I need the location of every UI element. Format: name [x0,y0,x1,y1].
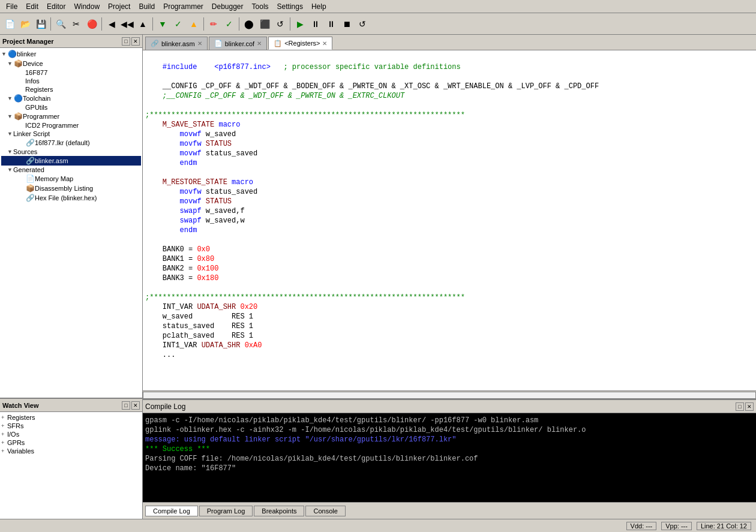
watch-item-ios[interactable]: + I/Os [1,430,141,438]
watch-close-btn[interactable]: ✕ [131,401,140,410]
code-line: movwf w_saved [145,130,754,139]
project-tree[interactable]: ▼ 🔵 blinker ▼ 📦 Device 16F877 [0,48,142,398]
toolbar-btn4[interactable]: 🔍 [53,17,68,31]
toolbar-new[interactable]: 📄 [2,17,17,31]
toolbar-btn14[interactable]: ✓ [222,17,236,31]
tab-close-asm[interactable]: ✕ [197,40,202,47]
toolbar-btn9[interactable]: ▲ [136,17,150,31]
project-manager-titlebar: Project Manager □ ✕ [0,35,142,48]
tree-item-hex[interactable]: 🔗 Hex File (blinker.hex) [1,193,141,203]
left-panel: Project Manager □ ✕ ▼ 🔵 blinker ▼ 📦 [0,35,143,519]
menu-build[interactable]: Build [135,1,158,12]
expand-icon-toolchain: ▼ [7,95,13,101]
tree-item-sources[interactable]: ▼ Sources [1,148,141,156]
watch-view-title: Watch View [2,402,39,409]
tree-item-gputils[interactable]: GPUtils [1,103,141,112]
code-line: M_SAVE_STATE macro [145,120,754,130]
menu-debugger[interactable]: Debugger [208,1,247,12]
watch-view-titlebar: Watch View □ ✕ [0,399,142,412]
menu-edit[interactable]: Edit [22,1,42,12]
project-manager: Project Manager □ ✕ ▼ 🔵 blinker ▼ 📦 [0,35,142,399]
toolbar-btn7[interactable]: ◀ [104,17,119,31]
menu-file[interactable]: File [2,1,21,12]
bottom-tab-breakpoints[interactable]: Breakpoints [254,506,304,516]
bottom-close-btn[interactable]: ✕ [745,402,754,411]
tree-item-generated[interactable]: ▼ Generated [1,166,141,174]
toolbar-run[interactable]: ⬤ [242,17,256,31]
toolbar-stop[interactable]: ⬛ [257,17,272,31]
toolbar-btn10[interactable]: ▼ [155,17,170,31]
tab-close-reg[interactable]: ✕ [322,40,327,47]
toolbar-debug-stop[interactable]: ⏹ [340,17,354,31]
toolbar-debug-pause[interactable]: ⏸ [308,17,323,31]
statusbar: Vdd: --- Vpp: --- Line: 21 Col: 12 [0,519,756,532]
tree-item-blinker[interactable]: ▼ 🔵 blinker [1,49,141,59]
tree-item-blinker-asm[interactable]: 🔗 blinker.asm [1,156,141,166]
tree-item-memory-map[interactable]: 📄 Memory Map [1,174,141,184]
tree-item-device[interactable]: ▼ 📦 Device [1,59,141,68]
tree-icon-programmer: 📦 [13,112,23,121]
tab-close-cof[interactable]: ✕ [257,40,262,47]
code-line: movwf STATUS [145,197,754,206]
code-line: ... [145,350,754,360]
code-editor[interactable]: #include <p16f877.inc> ; processor speci… [143,50,756,390]
menu-help[interactable]: Help [308,1,330,12]
tree-item-programmer[interactable]: ▼ 📦 Programmer [1,112,141,121]
menu-programmer[interactable]: Programmer [160,1,207,12]
tree-item-16f877[interactable]: 16F877 [1,68,141,77]
watch-label-sfrs: SFRs [7,422,24,429]
panel-close-btn[interactable]: ✕ [131,37,140,46]
watch-item-sfrs[interactable]: + SFRs [1,422,141,430]
menu-settings[interactable]: Settings [274,1,307,12]
watch-float-btn[interactable]: □ [122,401,130,410]
watch-item-registers[interactable]: + Registers [1,413,141,422]
tree-item-lkr[interactable]: 🔗 16f877.lkr (default) [1,138,141,148]
bottom-tabs-bar: Compile Log Program Log Breakpoints Cons… [143,502,756,519]
toolbar-sep1 [50,17,51,31]
toolbar-btn8[interactable]: ◀◀ [120,17,134,31]
toolbar-save[interactable]: 💾 [34,17,48,31]
tree-item-infos[interactable]: Infos [1,77,141,85]
watch-tree[interactable]: + Registers + SFRs + I/Os + GPRs + Var [0,412,142,519]
code-line: status_saved RES 1 [145,321,754,331]
toolbar-open[interactable]: 📂 [18,17,32,31]
expand-icon: ▼ [1,51,7,57]
horiz-scrollbar[interactable] [143,390,756,399]
toolbar-debug-restart[interactable]: ↺ [355,17,370,31]
menu-editor[interactable]: Editor [43,1,69,12]
toolbar-btn5[interactable]: ✂ [69,17,83,31]
tab-blinker-cof[interactable]: 📄 blinker.cof ✕ [209,37,268,50]
bottom-tab-program[interactable]: Program Log [199,506,253,516]
bottom-tab-console[interactable]: Console [305,506,345,516]
toolbar-debug-pause2[interactable]: ⏸ [324,17,338,31]
tab-blinker-asm[interactable]: 🔗 blinker.asm ✕ [145,37,208,50]
menu-window[interactable]: Window [70,1,103,12]
watch-item-gprs[interactable]: + GPRs [1,438,141,447]
toolbar-btn11[interactable]: ✓ [171,17,185,31]
menu-project[interactable]: Project [104,1,134,12]
code-line: ;***************************************… [145,293,754,302]
bottom-tab-compile[interactable]: Compile Log [145,506,198,516]
bottom-float-btn[interactable]: □ [736,402,744,411]
tree-icon-toolchain: 🔵 [13,94,23,103]
tree-label-infos: Infos [25,77,40,85]
toolbar: 📄 📂 💾 🔍 ✂ 🔴 ◀ ◀◀ ▲ ▼ ✓ ▲ ✏ ✓ ⬤ ⬛ ↺ ▶ ⏸ ⏸… [0,13,756,35]
tree-item-linker[interactable]: ▼ Linker Script [1,130,141,138]
toolbar-btn12[interactable]: ▲ [187,17,201,31]
toolbar-restart[interactable]: ↺ [273,17,287,31]
tree-item-icd2[interactable]: ICD2 Programmer [1,121,141,130]
code-line: endm [145,226,754,235]
panel-float-btn[interactable]: □ [122,37,130,46]
menu-tools[interactable]: Tools [248,1,272,12]
tree-item-toolchain[interactable]: ▼ 🔵 Toolchain [1,94,141,103]
code-line: ;__CONFIG _CP_OFF & _WDT_OFF & _PWRTE_ON… [145,91,754,101]
tab-icon-cof: 📄 [214,40,223,47]
tab-registers[interactable]: 📋 <Registers> ✕ [268,37,332,50]
toolbar-btn13[interactable]: ✏ [206,17,221,31]
toolbar-btn6[interactable]: 🔴 [85,17,99,31]
tree-item-disassembly[interactable]: 📦 Disassembly Listing [1,184,141,193]
watch-item-variables[interactable]: + Variables [1,447,141,455]
tree-item-registers[interactable]: Registers [1,85,141,94]
toolbar-debug-run[interactable]: ▶ [293,17,307,31]
horiz-scroll-track[interactable] [143,392,756,399]
